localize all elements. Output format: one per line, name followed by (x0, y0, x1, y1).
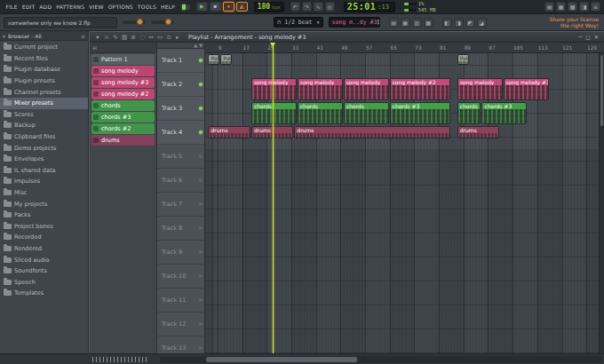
tiny-up-icon[interactable]: ▲ (194, 43, 197, 48)
delete-icon[interactable]: ⊘ (129, 33, 138, 42)
song melody #2[interactable]: song melody #2 (91, 89, 155, 99)
playlist-clip[interactable]: song melody #3 (504, 78, 549, 100)
browser-item[interactable]: Current project (0, 42, 88, 53)
slip-icon[interactable]: ↔ (147, 33, 155, 42)
pat-song-switch[interactable] (182, 4, 190, 10)
browser-item[interactable]: Rendered (0, 243, 88, 255)
browser-item[interactable]: Project bones (0, 221, 88, 233)
track-header[interactable]: Track 5 (157, 145, 204, 169)
chords[interactable]: chords (91, 100, 155, 111)
redo-icon[interactable]: ↷ (302, 2, 312, 12)
track-header[interactable]: Track 8 (157, 217, 204, 241)
track-header[interactable]: Track 3 (157, 97, 204, 121)
menu-lines-icon[interactable]: ≡ (591, 2, 600, 12)
browser-item[interactable]: Soundfonts (0, 265, 88, 277)
main-volume-slider[interactable] (123, 20, 146, 24)
zoom-icon[interactable]: ⊙ (164, 33, 173, 42)
playlist-titlebar[interactable]: ▾∩✎▧⊘◌↔▭⊙▸ Playlist - Arrangement - song… (90, 32, 604, 43)
maximize-icon[interactable]: ◻ (585, 33, 590, 42)
browser-item[interactable]: Envelopes (0, 154, 88, 165)
playhead[interactable] (273, 43, 274, 353)
browser-item[interactable]: Misc (0, 187, 88, 199)
pitch-knob[interactable] (165, 19, 171, 25)
track-led[interactable] (199, 250, 203, 254)
record-button[interactable]: ● (223, 2, 234, 12)
pulldown-menu-icon[interactable]: ▾ (93, 33, 102, 42)
select-icon[interactable]: ▭ (155, 33, 164, 42)
stop-button[interactable]: ■ (210, 2, 221, 12)
playlist-clip[interactable]: Pat..n 1 (220, 54, 232, 65)
playlist-clip[interactable]: song melody (457, 78, 503, 100)
browser-item[interactable]: Plugin presets (0, 75, 88, 87)
menu-item[interactable]: PATTERNS (54, 4, 87, 10)
playlist-clip[interactable]: chords (457, 102, 481, 124)
track-led[interactable] (199, 346, 203, 350)
playlist-clip[interactable]: chords #3 (390, 102, 450, 124)
mixer-window-icon[interactable]: ▩ (568, 2, 577, 12)
track-header[interactable]: Track 13 (157, 336, 204, 353)
time-display[interactable]: 25:01 :13 (344, 2, 395, 12)
menu-item[interactable]: HELP (159, 4, 178, 10)
song melody #3[interactable]: song melody #3 (91, 77, 155, 88)
track-led[interactable] (199, 131, 203, 134)
vertical-scrollbar[interactable] (599, 53, 604, 353)
snap-selector[interactable]: ∩ 1/2 beat ▼ (274, 17, 323, 28)
browser-item[interactable]: Backup (0, 120, 88, 131)
browser-item[interactable]: My projects (0, 198, 88, 210)
browser-item[interactable]: Recent files (0, 53, 88, 65)
piano-roll-window-icon[interactable]: ▦ (556, 2, 566, 12)
menu-item[interactable]: ADD (37, 4, 54, 10)
playlist-clip[interactable]: chords (251, 102, 297, 124)
track-led[interactable] (199, 83, 203, 86)
horizontal-scrollbar[interactable] (160, 356, 602, 363)
track-led[interactable] (199, 59, 203, 62)
playlist-clip[interactable]: Pat..n 1 (457, 54, 469, 65)
track-led[interactable] (199, 202, 203, 206)
minimize-icon[interactable]: ─ (578, 33, 582, 42)
browser-item[interactable]: Recorded (0, 232, 88, 243)
track-header[interactable]: Track 2 (157, 73, 204, 97)
menu-item[interactable]: TOOLS (135, 4, 158, 10)
browser-item[interactable]: Packs (0, 210, 88, 221)
touch-toggle-icon[interactable]: ◩ (465, 18, 475, 28)
track-header[interactable]: Track 6 (157, 169, 204, 193)
close-icon[interactable]: ✕ (594, 33, 599, 42)
piano-roll-toggle-icon[interactable]: ▦ (401, 18, 410, 28)
paint-icon[interactable]: ▧ (120, 33, 129, 42)
browser-item[interactable]: Sliced audio (0, 254, 88, 265)
playlist-grid[interactable]: Pat..n 1Pat..n 1Pat..n 1song melodysong … (205, 53, 604, 353)
menu-item[interactable]: FILE (4, 4, 20, 10)
drums[interactable]: drums (91, 135, 155, 146)
playlist-clip[interactable]: Pat..n 1 (208, 54, 219, 65)
browser-item[interactable]: Impulses (0, 176, 88, 187)
browser-item[interactable]: Clipboard files (0, 131, 88, 143)
pattern-selector[interactable]: song m..dy #3 ▲▼ (329, 17, 380, 28)
track-header[interactable]: Track 11 (157, 289, 204, 313)
channel-rack-toggle-icon[interactable]: ▥ (412, 18, 422, 28)
playlist-clip[interactable]: song melody (251, 78, 297, 100)
browser-item[interactable]: IL shared data (0, 165, 88, 177)
playlist-clip[interactable]: song melody (298, 78, 343, 100)
track-led[interactable] (199, 107, 203, 110)
playlist-clip[interactable]: chords (344, 102, 389, 124)
browser-sort-icon[interactable]: ≡ (81, 33, 85, 39)
browser-item[interactable]: Speech (0, 276, 88, 288)
playlist-clip[interactable]: drums (457, 126, 499, 138)
chords #3[interactable]: chords #3 (91, 112, 155, 123)
playlist-toggle-icon[interactable]: ▤ (389, 18, 399, 28)
track-led[interactable] (199, 322, 203, 326)
playlist-clip[interactable]: chords (298, 102, 343, 124)
spinner-down-icon[interactable]: ▼ (377, 22, 379, 26)
main-pitch-slider[interactable] (151, 20, 174, 24)
browser-item[interactable]: Demo projects (0, 142, 88, 154)
playback-icon[interactable]: ▸ (173, 33, 182, 42)
browser-window-icon[interactable]: ◨ (579, 2, 589, 12)
track-led[interactable] (199, 154, 203, 158)
playlist-clip[interactable]: song melody (344, 78, 389, 100)
pattern-spinner[interactable]: ▲▼ (377, 19, 379, 26)
song melody[interactable]: song melody (91, 66, 155, 76)
collapse-icon[interactable]: ▾ (3, 33, 5, 39)
volume-knob[interactable] (137, 19, 143, 25)
menu-item[interactable]: VIEW (87, 4, 106, 10)
browser-item[interactable]: Mixer presets (0, 98, 88, 109)
